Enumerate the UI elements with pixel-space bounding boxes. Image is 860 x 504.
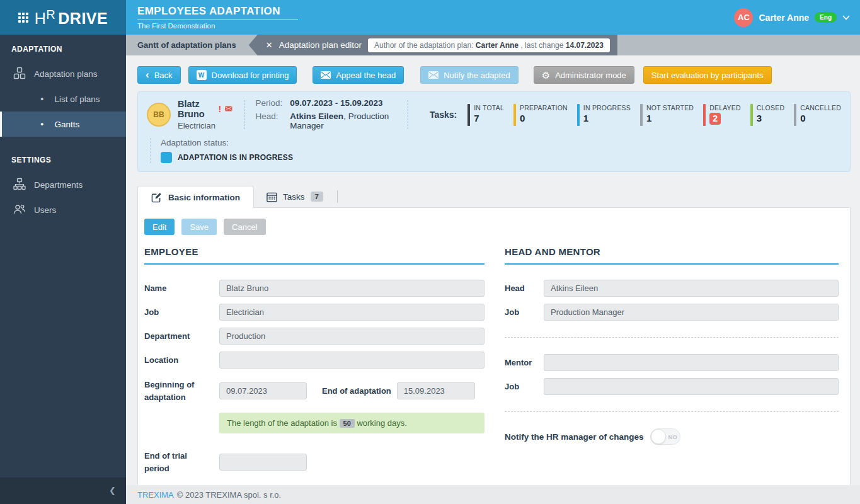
dashed-section-divider bbox=[505, 411, 839, 412]
head-job-label: Job bbox=[505, 306, 544, 319]
form-row-adaptation-dates: Beginning of adaptation End of adaptatio… bbox=[144, 379, 484, 403]
counter-value: 7 bbox=[474, 113, 479, 123]
sidebar-item-gantts[interactable]: ● Gantts bbox=[0, 112, 126, 137]
tasks-counters-block: Tasks: IN TOTAL7 PREPARATION0 IN PROGRES… bbox=[430, 103, 841, 126]
counter-cancelled: CANCELLED0 bbox=[794, 104, 841, 126]
copyright-text: © 2023 TREXIMA spol. s r.o. bbox=[177, 490, 281, 500]
author-info-badge: Author of the adaptation plan: Carter An… bbox=[368, 38, 610, 52]
tab-adaptation-plan-editor[interactable]: ✕ Adaptation plan editor Author of the a… bbox=[249, 35, 617, 55]
counter-label: NOT STARTED bbox=[646, 104, 694, 112]
adaptation-length-note: The length of the adaptation is 50 worki… bbox=[219, 413, 484, 433]
page-title: EMPLOYEES ADAPTATION bbox=[137, 5, 298, 20]
users-icon bbox=[13, 203, 26, 217]
basic-information-panel: Edit Save Cancel EMPLOYEE Name bbox=[137, 207, 851, 485]
sidebar: ADAPTATION Adaptation plans ● List of pl… bbox=[0, 35, 126, 504]
counter-label: IN TOTAL bbox=[474, 104, 504, 112]
sidebar-item-users[interactable]: Users bbox=[0, 197, 126, 222]
trial-period-field[interactable] bbox=[219, 454, 307, 471]
beginning-label: Beginning of adaptation bbox=[144, 379, 219, 403]
cancel-button[interactable]: Cancel bbox=[224, 219, 265, 235]
tab-basic-information[interactable]: Basic information bbox=[137, 186, 254, 208]
counter-bar bbox=[640, 104, 643, 126]
edit-button[interactable]: Edit bbox=[144, 219, 175, 235]
end-date-field[interactable] bbox=[397, 382, 475, 399]
period-value: 09.07.2023 - 15.09.2023 bbox=[290, 98, 382, 108]
tab-label: Adaptation plan editor bbox=[279, 40, 362, 50]
page-subtitle: The First Demonstration bbox=[137, 22, 298, 30]
status-color-square bbox=[161, 152, 172, 163]
counter-label: IN PROGRESS bbox=[583, 104, 631, 112]
counter-value: 1 bbox=[646, 113, 651, 123]
start-evaluation-button[interactable]: Start evaluation by participants bbox=[643, 66, 772, 84]
mentor-job-field[interactable] bbox=[544, 378, 839, 395]
adaptation-length-row: The length of the adaptation is 50 worki… bbox=[144, 413, 484, 433]
dashed-section-divider bbox=[505, 337, 839, 338]
appeal-the-head-button[interactable]: Appeal the head bbox=[312, 66, 404, 84]
close-tab-icon[interactable]: ✕ bbox=[266, 40, 273, 50]
counter-value: 2 bbox=[709, 113, 721, 125]
sidebar-section-settings: SETTINGS bbox=[0, 137, 126, 172]
body-row: ADAPTATION Adaptation plans ● List of pl… bbox=[0, 35, 860, 504]
adaptation-plans-icon bbox=[13, 67, 26, 81]
sidebar-subitem-label: List of plans bbox=[54, 94, 100, 104]
beginning-date-field[interactable] bbox=[219, 382, 307, 399]
counter-label: CANCELLED bbox=[800, 104, 841, 112]
counter-value: 0 bbox=[520, 113, 525, 123]
download-for-printing-button[interactable]: W Download for printing bbox=[188, 66, 297, 84]
counter-in-total: IN TOTAL7 bbox=[467, 104, 504, 126]
adaptation-summary-panel: BB Blatz Bruno ! Electrician bbox=[137, 91, 851, 172]
notify-the-adapted-button[interactable]: Notify the adapted bbox=[420, 66, 519, 84]
status-label: Adaptation status: bbox=[161, 138, 841, 147]
counter-not-started: NOT STARTED1 bbox=[640, 104, 694, 126]
app-logo[interactable]: HRDRIVE bbox=[0, 0, 126, 35]
counter-label: CLOSED bbox=[757, 104, 784, 112]
calendar-icon bbox=[267, 192, 277, 202]
form-row-location: Location bbox=[144, 352, 484, 369]
author-name: Carter Anne bbox=[476, 41, 519, 50]
sidebar-item-departments[interactable]: Departments bbox=[0, 172, 126, 197]
form-row-mentor: Mentor bbox=[505, 354, 839, 371]
form-row-department: Department bbox=[144, 328, 484, 345]
bullet-icon: ● bbox=[40, 121, 43, 127]
back-button[interactable]: ‹ Back bbox=[137, 66, 181, 84]
language-badge[interactable]: Eng bbox=[815, 12, 837, 23]
location-field[interactable] bbox=[219, 352, 484, 369]
counter-bar bbox=[467, 104, 470, 126]
head-job-field[interactable] bbox=[544, 304, 839, 321]
form-row-head: Head bbox=[505, 280, 839, 297]
chevron-down-icon[interactable] bbox=[842, 15, 850, 20]
counter-bar bbox=[750, 104, 753, 126]
trial-period-label: End of trial period bbox=[144, 450, 219, 474]
counter-bar bbox=[577, 104, 580, 126]
sidebar-collapse-button[interactable]: ❮ bbox=[0, 478, 126, 504]
last-change-date: 14.07.2023 bbox=[566, 41, 604, 50]
detail-tabs: Basic information Tasks 7 bbox=[137, 186, 851, 207]
employee-block: BB Blatz Bruno ! Electrician bbox=[147, 99, 232, 130]
notify-hr-toggle[interactable]: NO bbox=[650, 428, 680, 445]
sidebar-item-list-of-plans[interactable]: ● List of plans bbox=[0, 86, 126, 112]
sidebar-item-adaptation-plans[interactable]: Adaptation plans bbox=[0, 61, 126, 86]
head-mentor-section-title: HEAD AND MENTOR bbox=[505, 246, 839, 265]
counter-value: 0 bbox=[800, 113, 805, 123]
word-document-icon: W bbox=[197, 70, 207, 80]
save-button[interactable]: Save bbox=[181, 219, 217, 235]
counter-bar bbox=[794, 104, 796, 126]
tab-gantt-of-adaptation-plans[interactable]: Gantt of adaptation plans bbox=[126, 35, 248, 55]
user-menu[interactable]: AC Carter Anne Eng bbox=[734, 0, 860, 35]
head-field[interactable] bbox=[544, 280, 839, 297]
counter-value: 3 bbox=[757, 113, 762, 123]
envelope-icon bbox=[321, 71, 331, 79]
job-field[interactable] bbox=[219, 304, 484, 321]
name-field[interactable] bbox=[219, 280, 484, 297]
location-label: Location bbox=[144, 354, 219, 367]
department-label: Department bbox=[144, 330, 219, 343]
collapse-chevron-icon: ❮ bbox=[109, 486, 116, 495]
trexima-link[interactable]: TREXIMA bbox=[137, 490, 174, 500]
sidebar-item-label: Users bbox=[34, 205, 56, 215]
counter-bar bbox=[703, 104, 706, 126]
mentor-field[interactable] bbox=[544, 354, 839, 371]
alert-mark: ! bbox=[218, 104, 221, 114]
tab-tasks[interactable]: Tasks 7 bbox=[254, 186, 336, 207]
department-field[interactable] bbox=[219, 328, 484, 345]
administrator-mode-button[interactable]: ⚙ Administrator mode bbox=[534, 66, 634, 84]
